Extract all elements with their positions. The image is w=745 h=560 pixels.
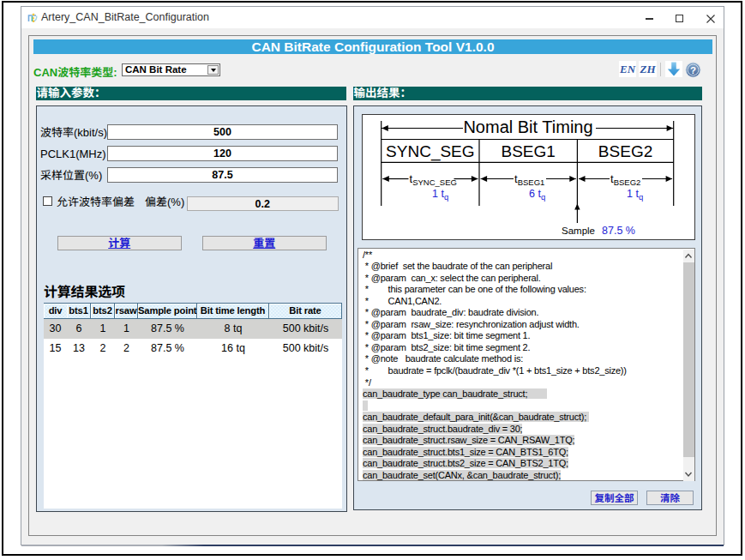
svg-text:6 tq: 6 tq bbox=[529, 188, 545, 202]
svg-text:tBSEG2: tBSEG2 bbox=[610, 172, 640, 187]
svg-text:Sample: Sample bbox=[562, 226, 595, 236]
svg-text:tBSEG1: tBSEG1 bbox=[514, 172, 544, 187]
svg-text:BSEG1: BSEG1 bbox=[502, 142, 556, 160]
svg-text:87.5 %: 87.5 % bbox=[602, 225, 635, 237]
svg-text:1 tq: 1 tq bbox=[627, 188, 643, 202]
svg-text:Nomal Bit Timing: Nomal Bit Timing bbox=[463, 117, 592, 136]
svg-text:?: ? bbox=[689, 64, 695, 75]
svg-text:1 tq: 1 tq bbox=[432, 188, 448, 202]
svg-text:SYNC_SEG: SYNC_SEG bbox=[386, 142, 474, 161]
svg-text:tSYNC_SEG: tSYNC_SEG bbox=[410, 172, 457, 187]
svg-text:BSEG2: BSEG2 bbox=[598, 142, 652, 160]
